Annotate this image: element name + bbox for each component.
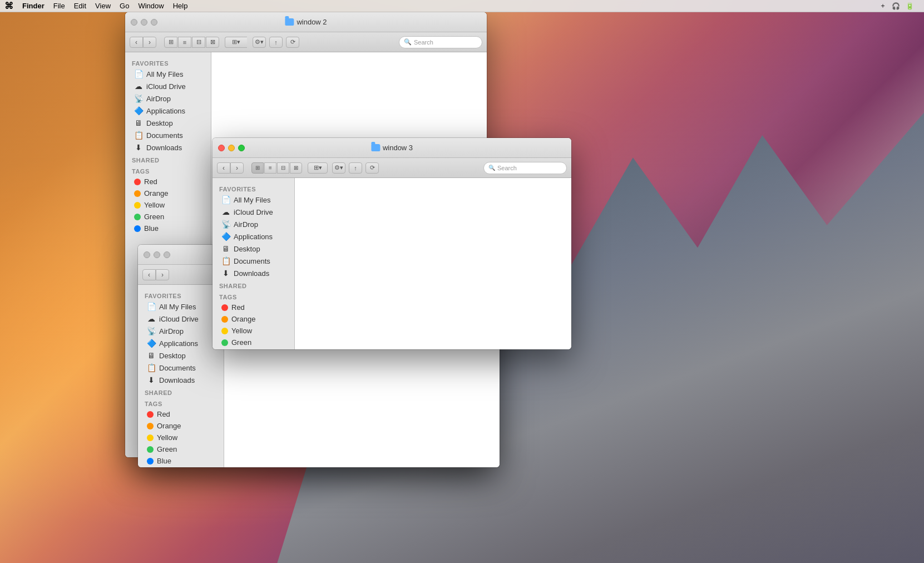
view-cover-btn-3[interactable]: ⊠ [290, 162, 302, 174]
shared-header-2: Shared [125, 154, 211, 165]
view-cover-btn-2[interactable]: ⊠ [206, 37, 219, 48]
maximize-button-4[interactable] [164, 251, 170, 258]
sidebar-downloads-2[interactable]: ⬇ Downloads [127, 141, 209, 154]
view-col-btn-2[interactable]: ⊟ [192, 37, 205, 48]
sidebar-tag-orange-2[interactable]: Orange [127, 187, 209, 199]
sidebar-icloud-4[interactable]: ☁ iCloud Drive [140, 313, 221, 325]
sidebar-label: AirDrop [146, 95, 171, 103]
minimize-button-3[interactable] [228, 145, 235, 151]
apple-menu[interactable]: ⌘ [4, 1, 13, 11]
search-placeholder-3: Search [497, 165, 517, 171]
view-list-btn-3[interactable]: ≡ [264, 162, 276, 174]
share-btn-3[interactable]: ↑ [349, 162, 362, 174]
window-menu[interactable]: Window [138, 2, 164, 10]
sidebar-tag-green-2[interactable]: Green [127, 211, 209, 223]
sidebar-icloud-2[interactable]: ☁ iCloud Drive [127, 80, 209, 92]
sidebar-desktop-4[interactable]: 🖥 Desktop [140, 349, 221, 362]
sidebar-all-my-files-2[interactable]: 📄 All My Files [127, 68, 209, 80]
content-area-3[interactable] [295, 178, 571, 349]
back-btn-2[interactable]: ‹ [130, 37, 143, 48]
finder-window-3: window 3 ‹ › ⊞ ≡ ⊟ ⊠ ⊞▾ ⚙▾ ↑ ⟳ 🔍 Search … [213, 138, 571, 349]
forward-btn-3[interactable]: › [230, 162, 244, 174]
sidebar-tag-red-4[interactable]: Red [140, 408, 221, 420]
sidebar-tag-yellow-2[interactable]: Yellow [127, 199, 209, 211]
sidebar-tag-yellow-3[interactable]: Yellow [215, 325, 292, 337]
search-placeholder-2: Search [414, 39, 433, 46]
sidebar-tag-yellow-4[interactable]: Yellow [140, 432, 221, 443]
sidebar-documents-3[interactable]: 📋 Documents [215, 255, 292, 267]
sidebar-tag-red-2[interactable]: Red [127, 176, 209, 187]
nav-buttons-4[interactable]: ‹ › [142, 269, 169, 280]
sidebar-downloads-4[interactable]: ⬇ Downloads [140, 374, 221, 386]
back-btn-4[interactable]: ‹ [142, 269, 156, 280]
maximize-button-3[interactable] [238, 145, 245, 151]
nav-buttons-3[interactable]: ‹ › [217, 162, 244, 174]
traffic-lights-2[interactable] [131, 19, 157, 26]
edit-menu[interactable]: Edit [74, 2, 86, 10]
favorites-header-2: Favorites [125, 57, 211, 68]
view-col-btn-3[interactable]: ⊟ [277, 162, 289, 174]
go-menu[interactable]: Go [120, 2, 129, 10]
sidebar-tag-red-3[interactable]: Red [215, 302, 292, 313]
file-menu[interactable]: File [53, 2, 65, 10]
maximize-button-2[interactable] [151, 19, 157, 26]
action-btn-2[interactable]: ⚙▾ [253, 37, 266, 48]
sidebar-tag-green-3[interactable]: Green [215, 337, 292, 348]
forward-btn-4[interactable]: › [156, 269, 169, 280]
close-button-4[interactable] [144, 251, 150, 258]
view-icon-btn-2[interactable]: ⊞ [164, 37, 177, 48]
sidebar-applications-3[interactable]: 🔷 Applications [215, 230, 292, 243]
sidebar-tag-blue-4[interactable]: Blue [140, 455, 221, 467]
search-box-2[interactable]: 🔍 Search [399, 36, 482, 48]
sidebar-desktop-2[interactable]: 🖥 Desktop [127, 117, 209, 129]
tag-yellow-dot-3 [221, 328, 228, 334]
traffic-lights-3[interactable] [218, 145, 245, 151]
sidebar-tag-orange-3[interactable]: Orange [215, 313, 292, 325]
sidebar-all-my-files-3[interactable]: 📄 All My Files [215, 194, 292, 206]
sidebar-documents-4[interactable]: 📋 Documents [140, 362, 221, 374]
sidebar-applications-4[interactable]: 🔷 Applications [140, 337, 221, 349]
action-btn-3[interactable]: ⚙▾ [332, 162, 345, 174]
desktop-icon-2: 🖥 [134, 118, 143, 127]
help-menu[interactable]: Help [173, 2, 188, 10]
sidebar-airdrop-3[interactable]: 📡 AirDrop [215, 218, 292, 230]
sidebar-documents-2[interactable]: 📋 Documents [127, 129, 209, 141]
menubar-icon-plus[interactable]: ＋ [879, 1, 886, 11]
sidebar-airdrop-2[interactable]: 📡 AirDrop [127, 92, 209, 105]
view-menu[interactable]: View [95, 2, 111, 10]
menubar-icon-headphones[interactable]: 🎧 [892, 2, 900, 10]
connect-btn-2[interactable]: ⟳ [286, 37, 299, 48]
sidebar-label: Yellow [157, 433, 177, 442]
close-button-2[interactable] [131, 19, 137, 26]
minimize-button-2[interactable] [141, 19, 147, 26]
sidebar-label: Downloads [159, 376, 195, 384]
sidebar-tag-orange-4[interactable]: Orange [140, 420, 221, 432]
sidebar-tag-green-4[interactable]: Green [140, 443, 221, 455]
view-icon-btn-3[interactable]: ⊞ [251, 162, 264, 174]
airdrop-icon-2: 📡 [134, 94, 143, 103]
minimize-button-4[interactable] [154, 251, 160, 258]
sidebar-label: Blue [157, 457, 171, 465]
sidebar-tag-blue-2[interactable]: Blue [127, 223, 209, 234]
sidebar-desktop-3[interactable]: 🖥 Desktop [215, 243, 292, 255]
view-list-btn-2[interactable]: ≡ [178, 37, 191, 48]
traffic-lights-4[interactable] [144, 251, 170, 258]
sidebar-airdrop-4[interactable]: 📡 AirDrop [140, 325, 221, 337]
view-size-btn-2[interactable]: ⊞▾ [225, 37, 247, 48]
forward-btn-2[interactable]: › [143, 37, 156, 48]
finder-menu[interactable]: Finder [22, 2, 45, 10]
tags-header-3: Tags [213, 290, 294, 302]
sidebar-downloads-3[interactable]: ⬇ Downloads [215, 267, 292, 279]
share-btn-2[interactable]: ↑ [269, 37, 283, 48]
view-size-btn-3[interactable]: ⊞▾ [308, 162, 328, 174]
sidebar-all-my-files-4[interactable]: 📄 All My Files [140, 300, 221, 313]
sidebar-applications-2[interactable]: 🔷 Applications [127, 105, 209, 117]
back-btn-3[interactable]: ‹ [217, 162, 230, 174]
sidebar-icloud-3[interactable]: ☁ iCloud Drive [215, 206, 292, 218]
menubar-icon-battery[interactable]: 🔋 [906, 2, 914, 10]
close-button-3[interactable] [218, 145, 225, 151]
connect-btn-3[interactable]: ⟳ [365, 162, 379, 174]
sidebar-tag-blue-3[interactable]: Blue [215, 348, 292, 349]
nav-buttons-2[interactable]: ‹ › [130, 37, 156, 48]
search-box-3[interactable]: 🔍 Search [483, 162, 567, 174]
